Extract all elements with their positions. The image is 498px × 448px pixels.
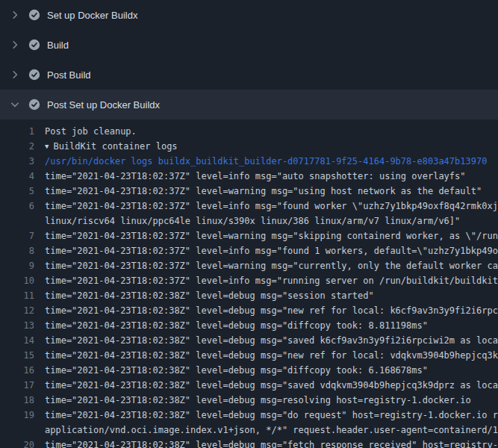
log-line: 18 time="2021-04-23T18:02:38Z" level=deb… — [0, 393, 498, 408]
log-line: 20 time="2021-04-23T18:02:38Z" level=deb… — [0, 438, 498, 448]
log-line: 10 time="2021-04-23T18:02:37Z" level=inf… — [0, 273, 498, 288]
line-text: application/vnd.oci.image.index.v1+json,… — [45, 423, 498, 438]
line-text-content: time="2021-04-23T18:02:37Z" level=info m… — [45, 276, 498, 286]
step-row-set-up-docker-buildx[interactable]: Set up Docker Buildx — [0, 0, 498, 30]
log-line: 6 time="2021-04-23T18:02:37Z" level=info… — [0, 199, 498, 214]
workflow-log-panel: Set up Docker Buildx Build Post Buil — [0, 0, 498, 448]
line-number[interactable]: 18 — [0, 393, 34, 408]
line-text: time="2021-04-23T18:02:37Z" level=warnin… — [45, 258, 498, 273]
line-number[interactable]: 1 — [0, 124, 34, 139]
log-line: 4 time="2021-04-23T18:02:37Z" level=info… — [0, 169, 498, 184]
step-row-post-set-up-docker-buildx[interactable]: Post Set up Docker Buildx — [0, 90, 498, 119]
chevron-right-icon[interactable] — [9, 39, 21, 51]
line-number[interactable] — [0, 214, 34, 228]
log-line: 17 time="2021-04-23T18:02:38Z" level=deb… — [0, 378, 498, 393]
line-number[interactable]: 4 — [0, 169, 34, 184]
line-text: time="2021-04-23T18:02:37Z" level=info m… — [45, 199, 498, 214]
line-text: Post job cleanup. — [45, 124, 137, 139]
line-number[interactable]: 16 — [0, 363, 34, 378]
log-line: 7 time="2021-04-23T18:02:37Z" level=warn… — [0, 228, 498, 243]
line-number[interactable]: 10 — [0, 273, 34, 288]
line-text-content: /usr/bin/docker logs buildx_buildkit_bui… — [45, 156, 487, 167]
line-text: /usr/bin/docker logs buildx_buildkit_bui… — [45, 154, 487, 169]
line-text: time="2021-04-23T18:02:37Z" level=warnin… — [45, 184, 482, 199]
step-label: Build — [47, 40, 69, 51]
line-number[interactable]: 13 — [0, 318, 34, 333]
line-text-content: time="2021-04-23T18:02:37Z" level=info m… — [45, 201, 498, 211]
line-text: time="2021-04-23T18:02:38Z" level=debug … — [45, 288, 374, 303]
line-number[interactable] — [0, 423, 34, 438]
line-text-content: time="2021-04-23T18:02:38Z" level=debug … — [45, 410, 498, 420]
log-line: 14 time="2021-04-23T18:02:38Z" level=deb… — [0, 333, 498, 348]
line-number[interactable]: 15 — [0, 348, 34, 363]
line-text: time="2021-04-23T18:02:38Z" level=debug … — [45, 318, 428, 333]
log-line: 12 time="2021-04-23T18:02:38Z" level=deb… — [0, 303, 498, 318]
line-text: time="2021-04-23T18:02:38Z" level=debug … — [45, 303, 498, 318]
line-text: linux/riscv64 linux/ppc64le linux/s390x … — [45, 214, 460, 228]
line-number[interactable]: 11 — [0, 288, 34, 303]
chevron-down-icon[interactable] — [9, 99, 21, 111]
line-text: time="2021-04-23T18:02:37Z" level=info m… — [45, 243, 498, 258]
line-number[interactable]: 2 — [0, 139, 34, 154]
line-text: time="2021-04-23T18:02:37Z" level=info m… — [45, 169, 466, 184]
step-label: Set up Docker Buildx — [47, 10, 137, 21]
line-text-content: time="2021-04-23T18:02:37Z" level=warnin… — [45, 186, 482, 196]
line-text-content: BuildKit container logs — [53, 141, 177, 152]
log-line: 8 time="2021-04-23T18:02:37Z" level=info… — [0, 243, 498, 258]
line-text: time="2021-04-23T18:02:38Z" level=debug … — [45, 408, 498, 423]
log-line: linux/riscv64 linux/ppc64le linux/s390x … — [0, 214, 498, 228]
line-number[interactable]: 9 — [0, 258, 34, 273]
line-number[interactable]: 19 — [0, 408, 34, 423]
line-text-content: time="2021-04-23T18:02:38Z" level=debug … — [45, 335, 498, 346]
line-text-content: time="2021-04-23T18:02:38Z" level=debug … — [45, 350, 498, 361]
log-lines: 1 Post job cleanup. 2 ▼BuildKit containe… — [0, 119, 498, 448]
step-row-build[interactable]: Build — [0, 30, 498, 60]
line-text: ▼BuildKit container logs — [45, 139, 178, 154]
line-number[interactable]: 7 — [0, 228, 34, 243]
line-text-content: time="2021-04-23T18:02:37Z" level=warnin… — [45, 261, 498, 271]
log-line: 11 time="2021-04-23T18:02:38Z" level=deb… — [0, 288, 498, 303]
line-text-content: time="2021-04-23T18:02:38Z" level=debug … — [45, 290, 374, 301]
line-text-content: Post job cleanup. — [45, 126, 137, 137]
check-circle-icon — [28, 69, 40, 81]
line-number[interactable]: 14 — [0, 333, 34, 348]
line-text: time="2021-04-23T18:02:37Z" level=info m… — [45, 273, 498, 288]
check-circle-icon — [28, 99, 40, 111]
log-line: 19 time="2021-04-23T18:02:38Z" level=deb… — [0, 408, 498, 423]
line-number[interactable]: 6 — [0, 199, 34, 214]
log-line: 15 time="2021-04-23T18:02:38Z" level=deb… — [0, 348, 498, 363]
log-line: application/vnd.oci.image.index.v1+json,… — [0, 423, 498, 438]
log-line: 3 /usr/bin/docker logs buildx_buildkit_b… — [0, 154, 498, 169]
line-text-content: time="2021-04-23T18:02:38Z" level=debug … — [45, 305, 498, 316]
line-number[interactable]: 8 — [0, 243, 34, 258]
line-text-content: time="2021-04-23T18:02:37Z" level=warnin… — [45, 231, 498, 241]
line-text: time="2021-04-23T18:02:38Z" level=debug … — [45, 348, 498, 363]
step-list: Set up Docker Buildx Build Post Buil — [0, 0, 498, 119]
line-text-content: time="2021-04-23T18:02:38Z" level=debug … — [45, 320, 428, 331]
step-row-post-build[interactable]: Post Build — [0, 60, 498, 90]
log-line: 13 time="2021-04-23T18:02:38Z" level=deb… — [0, 318, 498, 333]
line-text-content: linux/riscv64 linux/ppc64le linux/s390x … — [45, 216, 460, 226]
group-caret-icon[interactable]: ▼ — [45, 139, 49, 154]
log-line: 9 time="2021-04-23T18:02:37Z" level=warn… — [0, 258, 498, 273]
line-text-content: application/vnd.oci.image.index.v1+json,… — [45, 425, 498, 435]
line-number[interactable]: 12 — [0, 303, 34, 318]
line-text-content: time="2021-04-23T18:02:38Z" level=debug … — [45, 365, 428, 376]
chevron-right-icon[interactable] — [9, 69, 21, 81]
log-line: 1 Post job cleanup. — [0, 124, 498, 139]
line-number[interactable]: 17 — [0, 378, 34, 393]
line-number[interactable]: 5 — [0, 184, 34, 199]
line-number[interactable]: 20 — [0, 438, 34, 448]
line-text: time="2021-04-23T18:02:38Z" level=debug … — [45, 363, 428, 378]
log-line: 2 ▼BuildKit container logs — [0, 139, 498, 154]
line-text: time="2021-04-23T18:02:37Z" level=warnin… — [45, 228, 498, 243]
line-number[interactable]: 3 — [0, 154, 34, 169]
check-circle-icon — [28, 9, 40, 21]
chevron-right-icon[interactable] — [9, 9, 21, 21]
line-text-content: time="2021-04-23T18:02:38Z" level=debug … — [45, 395, 471, 405]
line-text-content: time="2021-04-23T18:02:37Z" level=info m… — [45, 246, 498, 256]
line-text-content: time="2021-04-23T18:02:38Z" level=debug … — [45, 440, 498, 448]
line-text: time="2021-04-23T18:02:38Z" level=debug … — [45, 438, 498, 448]
line-text-content: time="2021-04-23T18:02:38Z" level=debug … — [45, 380, 498, 391]
line-text: time="2021-04-23T18:02:38Z" level=debug … — [45, 333, 498, 348]
